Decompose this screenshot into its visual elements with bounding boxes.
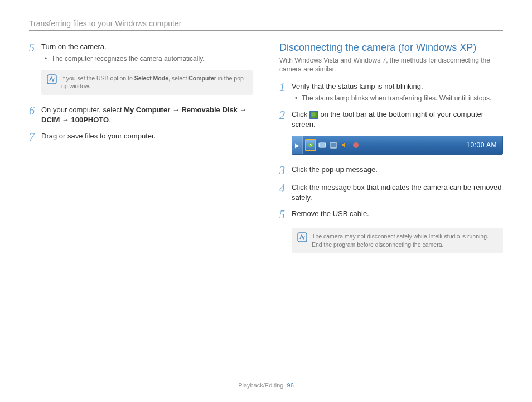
content-columns: 5 Turn on the camera. The computer recog… (29, 42, 503, 264)
tray-icons (303, 139, 363, 151)
step-5: 5 Turn on the camera. The computer recog… (29, 42, 253, 63)
taskbar-clock: 10:00 AM (466, 141, 497, 149)
chevron-right-icon: ▶ (292, 136, 303, 154)
svg-rect-2 (319, 143, 326, 147)
step-number: 1 (279, 82, 292, 103)
step-text: Click on the tool bar at the bottom righ… (292, 109, 503, 129)
safely-remove-tray-icon (305, 139, 316, 151)
note-text: If you set the USB option to Select Mode… (61, 74, 247, 90)
left-column: 5 Turn on the camera. The computer recog… (29, 42, 253, 264)
step-number: 6 (29, 105, 41, 125)
step-6: 6 On your computer, select My Computer →… (29, 105, 253, 125)
step-3: 3 Click the pop-up message. (279, 165, 503, 176)
page-footer: Playback/Editing 96 (0, 382, 532, 389)
right-column: Disconnecting the camera (for Windows XP… (279, 42, 503, 264)
step-5r: 5 Remove the USB cable. (279, 209, 503, 220)
step-number: 5 (29, 42, 41, 63)
safely-remove-icon (309, 111, 318, 119)
step-4: 4 Click the message box that indicates t… (279, 183, 503, 202)
step-2: 2 Click on the tool bar at the bottom ri… (279, 109, 503, 129)
step-number: 4 (279, 183, 292, 202)
note-box: The camera may not disconnect safely whi… (292, 228, 503, 253)
step-7: 7 Drag or save files to your computer. (29, 131, 253, 142)
page-title: Transferring files to your Windows compu… (29, 19, 181, 28)
footer-section: Playback/Editing (238, 382, 283, 389)
tray-icon (328, 140, 338, 150)
note-icon (47, 74, 57, 84)
step-text: Remove the USB cable. (292, 209, 503, 219)
step-text: Turn on the camera. (41, 42, 253, 52)
step-text: Drag or save files to your computer. (41, 131, 253, 141)
taskbar-screenshot: ▶ 10:00 AM (292, 136, 503, 155)
volume-icon (340, 140, 350, 150)
step-number: 7 (29, 131, 41, 142)
svg-rect-3 (331, 142, 336, 148)
note-text: The camera may not disconnect safely whi… (312, 232, 497, 248)
step-text: Click the pop-up message. (292, 165, 503, 175)
step-bullet: The status lamp blinks when transferring… (295, 94, 503, 103)
section-subtitle: With Windows Vista and Windows 7, the me… (279, 56, 503, 74)
step-text: Click the message box that indicates the… (292, 183, 503, 202)
page-header: Transferring files to your Windows compu… (29, 19, 503, 31)
step-text: On your computer, select My Computer → R… (41, 105, 253, 125)
step-1: 1 Verify that the status lamp is not bli… (279, 82, 503, 103)
step-bullet: The computer recognizes the camera autom… (45, 54, 253, 63)
note-icon (297, 232, 307, 242)
step-number: 2 (279, 109, 292, 129)
manual-page: Transferring files to your Windows compu… (0, 0, 532, 402)
svg-point-1 (308, 143, 313, 147)
svg-point-4 (353, 142, 359, 148)
tray-icon (317, 140, 327, 150)
step-number: 5 (279, 209, 292, 220)
step-number: 3 (279, 165, 292, 176)
tray-icon (351, 140, 361, 150)
step-text: Verify that the status lamp is not blink… (292, 82, 503, 92)
page-number: 96 (287, 382, 294, 389)
section-heading: Disconnecting the camera (for Windows XP… (279, 42, 503, 54)
note-box: If you set the USB option to Select Mode… (41, 70, 253, 95)
